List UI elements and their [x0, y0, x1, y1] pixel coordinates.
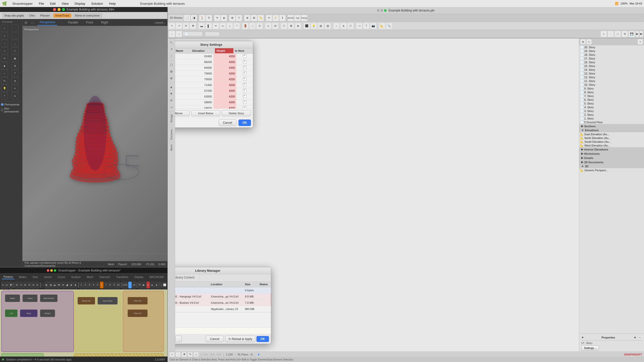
ac-view-tab-story[interactable]: 📄 12. Story: [183, 32, 203, 36]
story-checkbox-22[interactable]: [243, 54, 246, 58]
gh-node-9[interactable]: Plant 3D: [128, 297, 148, 304]
gh-btn-save[interactable]: ◩: [9, 282, 13, 288]
tab-transform[interactable]: Transform: [114, 275, 130, 279]
ac-btn-zoom-fit[interactable]: □: [614, 31, 621, 37]
tab-curve[interactable]: Curve: [56, 275, 67, 279]
story-row-15[interactable]: 15630004200: [175, 94, 253, 100]
tool-rectangle[interactable]: □: [1, 47, 8, 54]
lib-row-0[interactable]: 📁Embedded Library0 bytes: [175, 287, 271, 294]
gh-btn-eye[interactable]: 👁: [138, 282, 142, 288]
tab-vector[interactable]: Vector: [43, 275, 53, 279]
lib-reload-button[interactable]: ↻ Reload & Apply: [225, 336, 255, 342]
ac-btn-camera[interactable]: 📷: [370, 23, 377, 29]
gh-btn-8[interactable]: ◐: [45, 282, 48, 288]
gh-node-3[interactable]: ARCHICAD: [40, 294, 58, 302]
design-btn-2[interactable]: ↗: [168, 46, 174, 52]
gh-btn-6[interactable]: ⊚: [36, 282, 39, 288]
tool-surface[interactable]: ▣: [12, 55, 19, 62]
ac-btn-skylight[interactable]: ⊙: [256, 23, 263, 29]
tab-mesh[interactable]: Mesh: [85, 275, 95, 279]
orto-btn[interactable]: Orto: [27, 13, 37, 18]
story-checkbox-21[interactable]: [243, 60, 246, 64]
story-ok-button[interactable]: OK: [238, 120, 251, 126]
ac-btn-door[interactable]: 🚪: [242, 23, 249, 29]
story-checkbox-20[interactable]: [243, 66, 246, 69]
gh-btn-open[interactable]: ◎: [5, 282, 9, 288]
gh-btn-zoom-out[interactable]: ⊟: [132, 282, 136, 288]
ac-btn-nav-1[interactable]: ▶: [635, 31, 639, 37]
gh-btn-14[interactable]: ◖: [70, 282, 73, 288]
ac-btn-roof[interactable]: ⌂: [226, 23, 233, 29]
ac-status-zoom-out[interactable]: -: [176, 352, 181, 357]
lib-row-3[interactable]: 📄ARCHICAD Library 23/Applicatio...Librar…: [175, 306, 271, 312]
gh-btn-4[interactable]: ⊘: [27, 282, 31, 288]
nav-story-item-19[interactable]: 📄1. Story: [579, 116, 644, 120]
ac-btn-object[interactable]: ⬛: [303, 23, 310, 29]
nav-story-item-12[interactable]: 📄8. Story: [579, 90, 644, 94]
gh-btn-18[interactable]: 3: [88, 282, 91, 288]
nav-elevation-item-1[interactable]: 📐North Elevation (Au...: [579, 136, 644, 140]
tl-maximize[interactable]: [62, 8, 65, 11]
gh-tl-close[interactable]: [47, 269, 49, 272]
ac-btn-render[interactable]: ◈: [221, 15, 227, 21]
ac-toolbar-expand[interactable]: »: [641, 16, 643, 20]
radio-permanente[interactable]: Permanente: [1, 103, 21, 106]
story-row-16[interactable]: 16672004200: [175, 88, 253, 94]
story-row-17[interactable]: 17714004200: [175, 82, 253, 88]
ac-btn-zoom-in[interactable]: +: [600, 31, 607, 37]
nav-elevation-item-2[interactable]: 📐South Elevation (Au...: [579, 140, 644, 144]
tab-front[interactable]: Front: [84, 20, 95, 25]
snap-btn[interactable]: Snap alla griglia: [2, 13, 26, 18]
ac-btn-stairs[interactable]: ≡: [265, 23, 271, 29]
ac-btn-elevation[interactable]: ⇡: [363, 23, 370, 29]
ac-btn-fill[interactable]: ▤: [317, 23, 324, 29]
nav-story-item-3[interactable]: 📄17. Story: [579, 56, 644, 60]
ac-btn-layers[interactable]: ⊞: [229, 15, 235, 21]
nav-story-item-4[interactable]: 📄16. Story: [579, 60, 644, 64]
lib-row-1[interactable]: 📄AR 2D-3D Parametric Plants 02 - Hanging…: [175, 294, 271, 300]
nav-story-item-10[interactable]: 📄10. Story: [579, 83, 644, 86]
gh-btn-24[interactable]: 9: [112, 282, 116, 288]
gh-node-4[interactable]: Loft: [5, 310, 18, 317]
gh-btn-1[interactable]: ⊕: [15, 282, 19, 288]
tool-record[interactable]: ●: [12, 92, 19, 99]
design-btn-10[interactable]: ⊸: [168, 104, 174, 110]
gh-btn-record[interactable]: ●: [146, 282, 150, 288]
tab-perspective[interactable]: Perspective: [38, 20, 57, 26]
nav-story-item-13[interactable]: 📄7. Story: [579, 94, 644, 98]
design-btn-6[interactable]: ⊕: [168, 75, 174, 81]
nav-stories-list[interactable]: 📄20. Story📄19. Story📄18. Story📄17. Story…: [579, 45, 644, 334]
nav-story-item-1[interactable]: 📄19. Story: [579, 49, 644, 53]
nav-story-item-7[interactable]: 📄13. Story: [579, 72, 644, 75]
story-row-21[interactable]: 21882004200: [175, 59, 253, 65]
nav-story-item-16[interactable]: 📄4. Story: [579, 105, 644, 109]
rhino-toolbar-expand[interactable]: »: [164, 14, 165, 17]
gh-btn-13[interactable]: ◕: [65, 282, 69, 288]
ac-view-tab-3d[interactable]: [3D / All]: [205, 32, 220, 36]
ac-btn-dim[interactable]: ↔: [333, 23, 340, 29]
tool-transform[interactable]: ⟳: [1, 77, 8, 84]
prop-btn-2[interactable]: ×: [638, 335, 642, 340]
story-checkbox-17[interactable]: [243, 83, 246, 86]
tab-parallel[interactable]: Parallel: [66, 20, 80, 25]
story-checkbox-13[interactable]: [243, 106, 246, 108]
ac-btn-select[interactable]: ↖: [169, 23, 175, 29]
viewport-single-icon[interactable]: □: [32, 20, 34, 24]
ac-btn-perspective[interactable]: Persp: [301, 15, 307, 21]
gh-btn-3[interactable]: ⊗: [23, 282, 27, 288]
nav-section-elevations[interactable]: ▼ Elevations: [579, 128, 644, 132]
nav-story-item-0[interactable]: 📄20. Story: [579, 45, 644, 49]
ac-btn-wall[interactable]: ▬: [198, 23, 205, 29]
menu-edit[interactable]: Edit: [49, 1, 57, 6]
nav-btn-1[interactable]: ⊞: [580, 39, 586, 44]
ac-btn-nav-2[interactable]: ▶: [639, 31, 643, 37]
tool-analyze[interactable]: ⊕: [12, 77, 19, 84]
lib-tab-content[interactable]: Library Content: [175, 274, 200, 281]
ac-btn-nav-save[interactable]: 💾: [628, 31, 635, 37]
gh-btn-preview[interactable]: ▶: [142, 282, 146, 288]
ac-btn-shell[interactable]: ◠: [233, 23, 240, 29]
design-btn-5[interactable]: ⊞: [168, 68, 174, 74]
gh-node-6[interactable]: Morph: [40, 310, 55, 317]
nav-btn-2[interactable]: ≡: [586, 39, 592, 44]
nav-story-item-5[interactable]: 📄15. Story: [579, 64, 644, 68]
